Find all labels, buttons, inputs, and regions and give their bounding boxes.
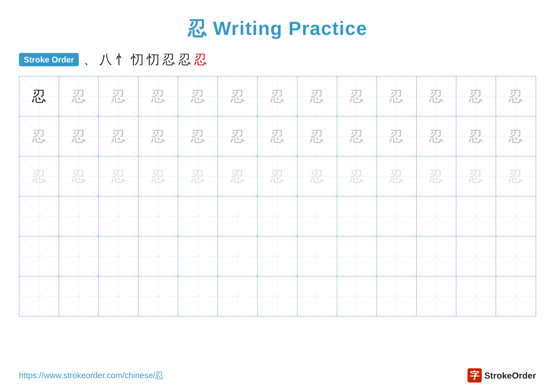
grid-cell[interactable]	[456, 196, 496, 236]
grid-cell[interactable]: 忍	[337, 76, 377, 116]
grid-cell[interactable]: 忍	[416, 156, 456, 196]
grid-cell[interactable]: 忍	[377, 116, 416, 156]
grid-cell[interactable]: 忍	[218, 116, 258, 156]
grid-cell[interactable]: 忍	[99, 116, 139, 156]
svg-line-88	[218, 196, 257, 236]
grid-cell[interactable]: 忍	[416, 116, 456, 156]
grid-cell[interactable]	[178, 276, 218, 316]
grid-cell[interactable]: 忍	[59, 76, 99, 116]
svg-line-152	[456, 276, 496, 316]
grid-cell[interactable]: 忍	[297, 156, 337, 196]
grid-cell[interactable]	[178, 196, 218, 236]
grid-cell[interactable]: 忍	[496, 156, 536, 196]
svg-line-145	[297, 276, 337, 316]
grid-cell[interactable]	[218, 196, 258, 236]
grid-cell[interactable]	[377, 236, 416, 276]
grid-cell[interactable]	[337, 236, 377, 276]
grid-cell[interactable]	[178, 236, 218, 276]
grid-cell[interactable]	[19, 196, 59, 236]
grid-cell[interactable]	[258, 276, 297, 316]
grid-cell[interactable]	[99, 236, 139, 276]
grid-cell[interactable]: 忍	[496, 116, 536, 156]
footer-link[interactable]: https://www.strokeorder.com/chinese/忍	[19, 370, 163, 381]
grid-cell[interactable]	[337, 196, 377, 236]
grid-cell[interactable]: 忍	[377, 156, 416, 196]
page: 忍 Writing Practice Stroke Order 、 八 忄 忉 …	[0, 0, 555, 392]
grid-cell[interactable]	[456, 236, 496, 276]
grid-cell[interactable]: 忍	[19, 116, 59, 156]
grid-cell[interactable]	[496, 236, 536, 276]
grid-cell[interactable]: 忍	[59, 116, 99, 156]
grid-cell[interactable]: 忍	[258, 116, 297, 156]
grid-cell[interactable]: 忍	[496, 76, 536, 116]
grid-cell[interactable]	[377, 276, 416, 316]
grid-cell[interactable]: 忍	[99, 76, 139, 116]
svg-line-101	[456, 196, 496, 236]
svg-line-151	[416, 276, 456, 316]
grid-cell[interactable]	[496, 276, 536, 316]
grid-cell[interactable]	[139, 236, 178, 276]
grid-cell[interactable]: 忍	[337, 156, 377, 196]
grid-cell[interactable]: 忍	[99, 156, 139, 196]
grid-cell[interactable]: 忍	[218, 156, 258, 196]
grid-cell[interactable]	[337, 276, 377, 316]
grid-row-2: 忍 忍 忍 忍	[19, 116, 536, 156]
grid-cell[interactable]	[99, 276, 139, 316]
stroke-1: 、	[84, 51, 96, 68]
grid-cell[interactable]	[59, 196, 99, 236]
grid-cell[interactable]: 忍	[178, 76, 218, 116]
svg-line-86	[178, 196, 218, 236]
grid-cell[interactable]	[416, 196, 456, 236]
grid-cell[interactable]: 忍	[297, 116, 337, 156]
grid-cell[interactable]	[218, 276, 258, 316]
grid-cell[interactable]: 忍	[377, 76, 416, 116]
grid-cell[interactable]	[99, 196, 139, 236]
grid-cell[interactable]: 忍	[139, 156, 178, 196]
grid-cell[interactable]	[258, 236, 297, 276]
grid-cell[interactable]: 忍	[456, 156, 496, 196]
grid-cell[interactable]: 忍	[139, 76, 178, 116]
grid-cell[interactable]: 忍	[218, 76, 258, 116]
grid-cell[interactable]: 忍	[258, 76, 297, 116]
grid-cell[interactable]	[258, 196, 297, 236]
svg-line-149	[377, 276, 416, 316]
practice-char: 忍	[111, 129, 126, 143]
svg-line-124	[416, 236, 456, 276]
svg-line-90	[258, 196, 297, 236]
grid-cell[interactable]	[416, 276, 456, 316]
grid-cell[interactable]: 忍	[178, 116, 218, 156]
grid-cell[interactable]	[19, 276, 59, 316]
grid-cell[interactable]	[297, 236, 337, 276]
grid-cell[interactable]: 忍	[337, 116, 377, 156]
stroke-2: 八	[99, 51, 112, 68]
grid-cell[interactable]	[416, 236, 456, 276]
svg-line-128	[496, 236, 536, 276]
grid-cell[interactable]	[456, 276, 496, 316]
grid-cell[interactable]: 忍	[139, 116, 178, 156]
grid-cell[interactable]	[19, 236, 59, 276]
grid-cell[interactable]	[297, 276, 337, 316]
grid-cell[interactable]: 忍	[297, 76, 337, 116]
grid-cell[interactable]: 忍	[178, 156, 218, 196]
grid-cell[interactable]: 忍	[456, 76, 496, 116]
grid-cell[interactable]	[218, 236, 258, 276]
grid-cell[interactable]	[59, 276, 99, 316]
svg-line-154	[496, 276, 536, 316]
grid-cell[interactable]: 忍	[59, 156, 99, 196]
grid-cell[interactable]: 忍	[416, 76, 456, 116]
grid-cell[interactable]: 忍	[19, 156, 59, 196]
grid-cell[interactable]	[496, 196, 536, 236]
grid-cell[interactable]	[139, 196, 178, 236]
svg-line-130	[19, 276, 59, 316]
practice-char: 忍	[32, 129, 46, 143]
grid-cell[interactable]: 忍	[456, 116, 496, 156]
grid-cell[interactable]	[59, 236, 99, 276]
grid-cell[interactable]	[139, 276, 178, 316]
practice-char: 忍	[310, 89, 324, 103]
grid-cell[interactable]: 忍	[19, 76, 59, 116]
grid-cell[interactable]	[297, 196, 337, 236]
svg-line-127	[456, 236, 496, 276]
grid-cell[interactable]	[377, 196, 416, 236]
grid-cell[interactable]: 忍	[258, 156, 297, 196]
practice-char: 忍	[310, 169, 324, 183]
